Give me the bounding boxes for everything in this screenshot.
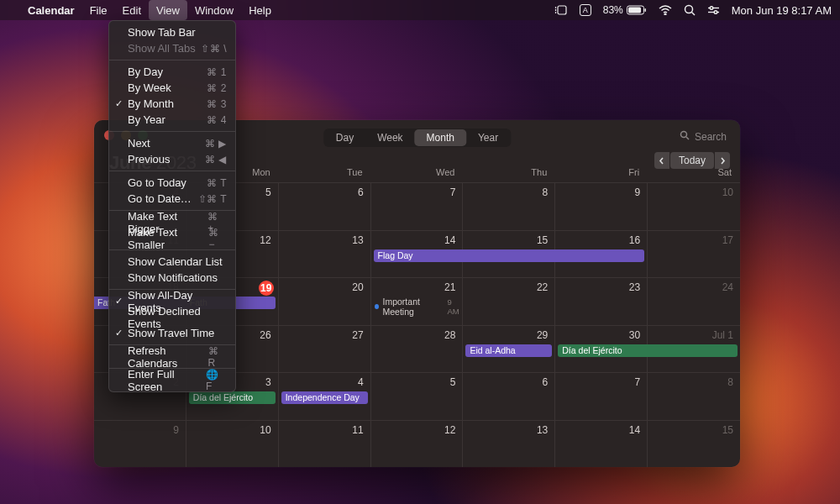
day-cell[interactable]: 15 [648,420,740,468]
app-name-menu[interactable]: Calendar [20,0,82,20]
day-cell[interactable]: 30Día del Ejército [555,325,648,373]
day-cell[interactable]: 13 [463,420,555,468]
menu-item-shortcut: ⌘ ▶ [205,138,227,150]
menu-item[interactable]: Next⌘ ▶ [109,135,235,151]
menu-item-label: Refresh Calendars [128,344,208,370]
menu-edit[interactable]: Edit [115,0,149,20]
view-menu-dropdown: Show Tab BarShow All Tabs⇧⌘ \By Day⌘ 1By… [108,20,236,392]
day-cell[interactable]: 8 [463,182,555,230]
menu-item[interactable]: Previous⌘ ◀ [109,151,235,167]
day-cell[interactable]: 6 [279,182,371,230]
day-cell[interactable]: 7 [371,182,464,230]
day-number: 9 [634,186,640,198]
menu-item[interactable]: Show Calendar List [109,254,235,270]
day-number: 4 [358,376,364,388]
menu-view[interactable]: View [149,0,187,20]
view-mode-week[interactable]: Week [365,129,414,146]
day-cell[interactable]: 14 [555,420,648,468]
day-cell[interactable]: 23 [555,277,648,325]
day-cell[interactable]: 14Flag Day [371,230,464,278]
day-cell[interactable]: 22 [463,277,555,325]
menu-help[interactable]: Help [241,0,279,20]
menu-item[interactable]: By Week⌘ 2 [109,80,235,96]
menu-item[interactable]: Show Declined Events [109,309,235,325]
spotlight-icon[interactable] [684,4,696,16]
menu-item-shortcut: 🌐 F [206,369,227,392]
menu-item[interactable]: Refresh Calendars⌘ R [109,349,235,365]
menu-item[interactable]: Show Tab Bar [109,24,235,40]
menu-item-label: By Month [128,97,174,110]
day-cell[interactable]: 12 [371,420,464,468]
menu-item-label: Show Tab Bar [128,26,196,39]
day-cell[interactable]: 29Eid al-Adha [463,325,555,373]
day-number: 23 [629,281,640,293]
battery-status[interactable]: 83% [603,4,647,16]
stage-manager-icon[interactable] [554,4,568,16]
day-cell[interactable]: 6 [463,372,555,420]
menu-window[interactable]: Window [187,0,241,20]
clock[interactable]: Mon Jun 19 8:17 AM [732,4,832,17]
day-cell[interactable]: Jul 1 [648,325,740,373]
menu-item[interactable]: Go to Today⌘ T [109,175,235,191]
menu-item[interactable]: By Year⌘ 4 [109,112,235,128]
view-mode-year[interactable]: Year [466,129,510,146]
view-mode-month[interactable]: Month [415,129,466,146]
all-day-event[interactable]: Día del Ejército [189,391,276,404]
all-day-event[interactable] [462,249,555,262]
day-cell[interactable]: 11 [279,420,371,468]
view-mode-day[interactable]: Day [324,129,365,146]
day-cell[interactable]: 27 [279,325,371,373]
svg-rect-5 [628,8,641,13]
day-number: 5 [450,376,456,388]
day-number: 8 [543,186,549,198]
day-cell[interactable]: 7 [555,372,648,420]
today-button[interactable]: Today [670,152,714,169]
day-cell[interactable]: 8 [648,372,740,420]
checkmark-icon: ✓ [115,296,123,307]
day-cell[interactable]: 10 [648,182,740,230]
all-day-event[interactable]: Día del Ejército [558,344,648,357]
day-number: 12 [444,424,455,436]
next-month-button[interactable] [715,152,730,169]
wifi-icon[interactable] [659,5,672,15]
all-day-event[interactable]: Independence Day [281,391,368,404]
apple-menu[interactable] [8,0,20,20]
day-number: 9 [173,424,179,436]
menu-item[interactable]: ✓By Month⌘ 3 [109,96,235,112]
all-day-event[interactable] [647,344,738,357]
day-cell[interactable]: 24 [648,277,740,325]
day-number: 27 [352,329,363,341]
menu-item-label: Show Notifications [128,271,218,284]
menu-item[interactable]: Show Notifications [109,270,235,286]
day-cell[interactable]: 15 [463,230,555,278]
control-center-icon[interactable] [707,5,720,15]
menu-item[interactable]: Go to Date…⇧⌘ T [109,191,235,207]
search-field[interactable]: Search [680,130,727,143]
all-day-event[interactable]: Eid al-Adha [465,344,552,357]
menu-item[interactable]: Make Text Smaller⌘ − [109,230,235,246]
menu-item[interactable]: By Day⌘ 1 [109,64,235,80]
menu-item[interactable]: ✓Show Travel Time [109,325,235,341]
input-source-badge[interactable]: A [580,4,591,16]
all-day-event[interactable] [554,249,644,262]
menu-item-label: Go to Date… [128,192,192,205]
timed-event[interactable]: Important Meeting9 AM [375,297,463,317]
day-number: 6 [358,186,364,198]
view-mode-segmented[interactable]: DayWeekMonthYear [323,129,511,147]
day-cell[interactable]: 4Independence Day [279,372,371,420]
day-cell[interactable]: 5 [371,372,464,420]
menu-item[interactable]: Enter Full Screen🌐 F [109,372,235,388]
day-number: 16 [629,234,640,246]
day-cell[interactable]: 20 [279,277,371,325]
menu-file[interactable]: File [82,0,115,20]
day-cell[interactable]: 17 [648,230,740,278]
day-cell[interactable]: 21Important Meeting9 AM [371,277,464,325]
day-cell[interactable]: 10 [186,420,279,468]
all-day-event[interactable]: Flag Day [374,249,464,262]
day-cell[interactable]: 13 [279,230,371,278]
day-cell[interactable]: 9 [94,420,186,468]
day-cell[interactable]: 16 [555,230,648,278]
day-cell[interactable]: 28 [371,325,464,373]
day-cell[interactable]: 9 [555,182,648,230]
prev-month-button[interactable] [654,152,669,169]
